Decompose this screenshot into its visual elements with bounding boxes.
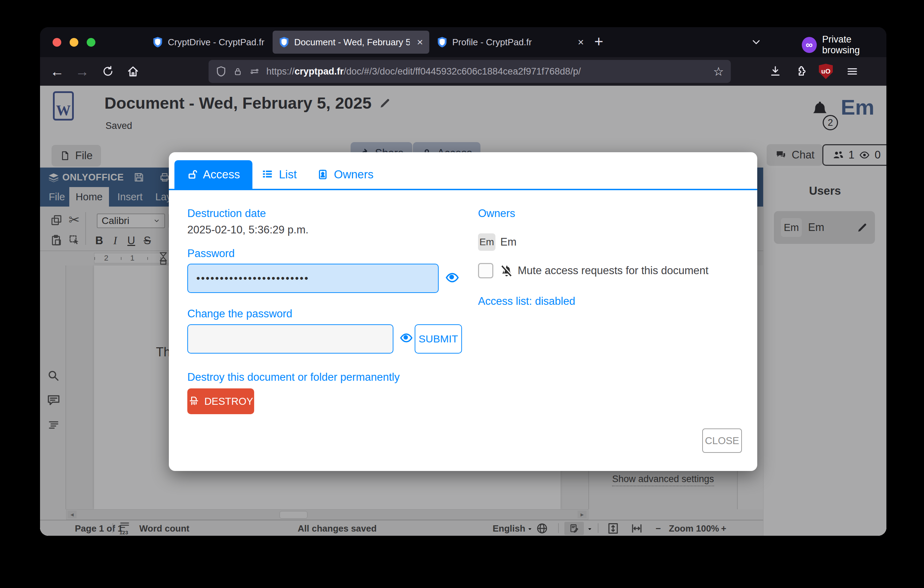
reveal-password-eye-icon[interactable] [444, 271, 460, 284]
tab-title: CryptDrive - CryptPad.fr [168, 37, 287, 48]
bookmark-star-icon[interactable]: ☆ [713, 64, 724, 78]
cryptpad-favicon [437, 36, 447, 48]
access-modal: Access List Owners Destruction date 2025… [169, 152, 757, 471]
reveal-new-password-eye-icon[interactable] [399, 331, 414, 345]
new-password-input[interactable] [187, 324, 393, 353]
tab-title: Document - Wed, February 5, 20 [294, 37, 410, 48]
owner-avatar-chip: Em [478, 233, 495, 251]
tab-document-active[interactable]: Document - Wed, February 5, 20 × [272, 31, 429, 54]
home-icon [126, 65, 140, 78]
browser-window: CryptDrive - CryptPad.fr × Document - We… [40, 27, 886, 536]
new-tab-button[interactable]: + [594, 33, 603, 50]
url-host: cryptpad.fr [295, 66, 344, 77]
cryptpad-favicon [279, 36, 289, 48]
tab-profile[interactable]: Profile - CryptPad.fr × [431, 31, 590, 54]
url-text: https://cryptpad.fr/doc/#/3/doc/edit/ff0… [266, 66, 707, 77]
tracking-shield-icon [216, 66, 227, 77]
list-icon [261, 168, 273, 180]
menu-button[interactable] [843, 62, 862, 81]
maximize-window-button[interactable] [87, 38, 96, 47]
puzzle-icon [794, 65, 807, 78]
id-badge-icon [317, 168, 328, 181]
tab-close-icon[interactable]: × [417, 36, 423, 48]
lock-icon [233, 66, 243, 77]
modal-tab-bar: Access List Owners [169, 152, 757, 190]
tab-close-icon[interactable]: × [578, 36, 584, 48]
reload-icon [102, 65, 114, 78]
tab-owners-label: Owners [334, 168, 374, 181]
mute-requests-label: Mute access requests for this document [518, 264, 708, 277]
tab-owners[interactable]: Owners [310, 160, 381, 189]
mute-requests-checkbox[interactable] [478, 263, 493, 278]
back-button[interactable]: ← [48, 62, 66, 81]
access-list-link[interactable]: Access list: disabled [478, 295, 575, 307]
tab-access-label: Access [203, 168, 240, 181]
private-browsing-badge: ∞ Private browsing [802, 34, 886, 56]
private-mask-icon: ∞ [802, 37, 817, 53]
destroy-button-label: DESTROY [205, 396, 253, 407]
close-window-button[interactable] [53, 38, 61, 47]
window-controls [53, 38, 96, 47]
navigation-bar: ← → https://cryptpad.fr/doc/#/3/doc/edit… [40, 57, 886, 86]
ublock-shield-icon: uO [819, 64, 833, 79]
download-icon [769, 65, 782, 78]
bell-slash-icon [499, 264, 514, 278]
url-bar[interactable]: https://cryptpad.fr/doc/#/3/doc/edit/ff0… [208, 60, 731, 83]
private-browsing-label: Private browsing [822, 34, 886, 56]
extensions-button[interactable] [791, 62, 810, 81]
permissions-icon [249, 66, 260, 76]
list-tabs-chevron-icon[interactable] [750, 36, 762, 50]
hamburger-icon [846, 65, 858, 78]
tab-list[interactable]: List [254, 160, 304, 189]
ublock-button[interactable]: uO [817, 62, 835, 81]
password-field[interactable]: •••••••••••••••••••••••• [187, 264, 439, 293]
unlock-icon [187, 168, 197, 180]
cryptpad-favicon [152, 36, 163, 48]
destroy-label: Destroy this document or folder permanen… [187, 371, 400, 383]
reload-button[interactable] [99, 62, 117, 81]
destroy-button[interactable]: DESTROY [187, 388, 254, 414]
close-button[interactable]: CLOSE [702, 428, 742, 453]
change-password-label: Change the password [187, 307, 292, 320]
shredder-icon [188, 396, 200, 407]
minimize-window-button[interactable] [69, 38, 78, 47]
destruction-date-label: Destruction date [187, 207, 266, 220]
tab-bar: CryptDrive - CryptPad.fr × Document - We… [40, 27, 886, 57]
page-content: W Document - Wed, February 5, 2025 Saved… [40, 86, 886, 536]
submit-button[interactable]: SUBMIT [415, 324, 462, 353]
owners-label: Owners [478, 207, 515, 220]
owner-name: Em [500, 236, 516, 248]
tab-access[interactable]: Access [175, 160, 252, 189]
destruction-date-value: 2025-02-10, 5:36:29 p.m. [187, 224, 309, 236]
forward-button[interactable]: → [73, 62, 92, 81]
home-button[interactable] [124, 62, 142, 81]
password-label: Password [187, 247, 235, 260]
tab-list-label: List [279, 168, 297, 181]
tab-title: Profile - CryptPad.fr [452, 37, 571, 48]
downloads-button[interactable] [766, 62, 785, 81]
